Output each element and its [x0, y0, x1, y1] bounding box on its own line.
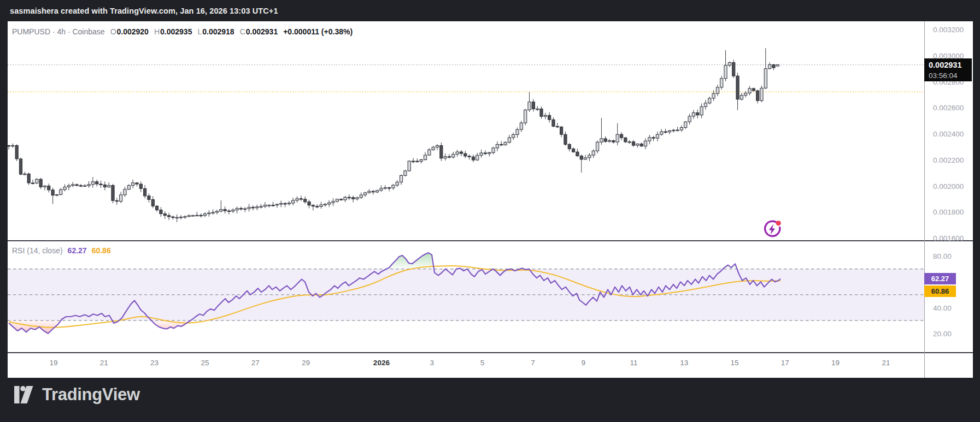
time-axis-label: 21: [882, 359, 890, 367]
price-axis-label: 0.003200: [933, 26, 964, 34]
bar-countdown: 03:56:04: [929, 70, 972, 81]
last-price-label: 0.002931 03:56:04: [924, 58, 972, 81]
ohlc-low: L0.002918: [197, 27, 234, 36]
time-axis-label: 9: [581, 359, 585, 367]
rsi-axis-label: 80.00: [933, 252, 952, 260]
rsi-axis-value-label: 62.27: [924, 273, 956, 284]
price-axis[interactable]: 0.002931 03:56:04 62.27 60.86 0.0032000.…: [924, 21, 973, 353]
rsi-ma-axis-value-label: 60.86: [924, 286, 956, 297]
price-axis-label: 0.002400: [933, 130, 964, 138]
lightning-logo-icon: [761, 218, 783, 242]
tradingview-wordmark: TradingView: [42, 385, 140, 405]
price-axis-label: 0.001600: [933, 234, 964, 242]
time-axis-label: 19: [831, 359, 840, 367]
time-axis-label: 2026: [373, 359, 390, 367]
candles-layer: [8, 48, 779, 222]
price-chart-canvas[interactable]: [8, 21, 973, 378]
symbol-header: PUMPUSD · 4h · Coinbase O0.002920 H0.002…: [12, 27, 353, 36]
rsi-axis-label: 40.00: [933, 304, 952, 312]
time-axis-label: 5: [480, 359, 485, 367]
chart-card: PUMPUSD · 4h · Coinbase O0.002920 H0.002…: [8, 21, 973, 378]
ohlc-open: O0.002920: [110, 27, 149, 36]
main-pane: [8, 48, 924, 222]
last-price-value: 0.002931: [929, 60, 972, 70]
price-axis-label: 0.001800: [933, 208, 964, 216]
tradingview-branding[interactable]: TradingView: [14, 385, 140, 405]
ohlc-close: C0.002931: [240, 27, 278, 36]
rsi-header: RSI (14, close) 62.27 60.86: [12, 246, 111, 255]
time-axis-label: 29: [302, 359, 310, 367]
price-axis-label: 0.002000: [933, 182, 964, 190]
time-axis-label: 17: [781, 359, 789, 367]
rsi-pane: [8, 253, 924, 334]
symbol-title[interactable]: PUMPUSD · 4h · Coinbase: [12, 27, 105, 36]
price-axis-label: 0.002600: [933, 104, 964, 112]
time-axis-label: 13: [680, 359, 688, 367]
attribution-bar: sasmaishera created with TradingView.com…: [0, 0, 980, 21]
time-axis-label: 23: [150, 359, 159, 367]
time-axis-label: 21: [100, 359, 108, 367]
attribution-text: sasmaishera created with TradingView.com…: [10, 7, 278, 15]
rsi-ma-value: 60.86: [92, 246, 111, 255]
rsi-value: 62.27: [68, 246, 87, 255]
price-axis-label: 0.002200: [933, 156, 964, 164]
rsi-axis-label: 20.00: [933, 329, 952, 337]
time-axis-label: 7: [531, 359, 535, 367]
time-axis-label: 27: [251, 359, 260, 367]
price-change: +0.000011 (+0.38%): [283, 27, 353, 36]
time-axis-label: 25: [201, 359, 209, 367]
tradingview-logo-icon: [14, 386, 36, 403]
time-axis-label: 3: [430, 359, 435, 367]
time-axis-label: 19: [49, 359, 57, 367]
time-axis[interactable]: 19212325272920263579111315171921: [8, 353, 924, 378]
time-axis-label: 11: [630, 359, 637, 367]
tradingview-snapshot: sasmaishera created with TradingView.com…: [0, 0, 980, 422]
ohlc-high: H0.002935: [154, 27, 192, 36]
time-axis-label: 15: [730, 359, 738, 367]
rsi-title[interactable]: RSI (14, close): [12, 246, 63, 255]
